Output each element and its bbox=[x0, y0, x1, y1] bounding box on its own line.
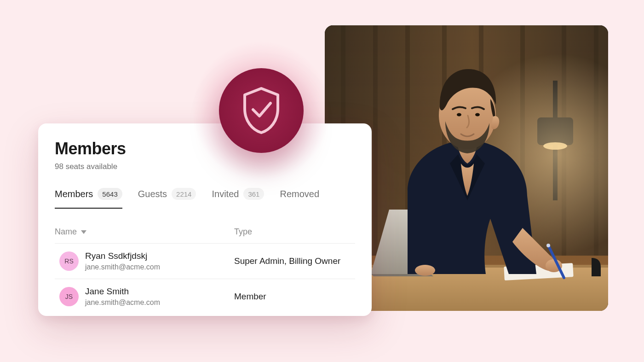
members-table: Name Type RS Ryan Ssdkfjdskj jane.smith@… bbox=[55, 227, 355, 314]
svg-point-23 bbox=[415, 265, 435, 276]
tab-label: Guests bbox=[138, 189, 167, 199]
avatar: RS bbox=[59, 251, 79, 271]
tab-count-badge: 361 bbox=[243, 188, 264, 200]
table-row[interactable]: JS Jane Smith jane.smith@acme.com Member bbox=[55, 279, 355, 314]
tab-label: Invited bbox=[212, 189, 239, 199]
svg-point-18 bbox=[457, 113, 461, 117]
tab-removed[interactable]: Removed bbox=[280, 188, 319, 208]
table-row[interactable]: RS Ryan Ssdkfjdskj jane.smith@acme.com S… bbox=[55, 244, 355, 279]
sort-desc-icon bbox=[80, 230, 87, 234]
seats-available: 98 seats available bbox=[55, 162, 355, 171]
tab-label: Removed bbox=[280, 189, 319, 199]
member-name: Jane Smith bbox=[85, 286, 160, 297]
column-type[interactable]: Type bbox=[234, 227, 355, 237]
svg-point-22 bbox=[546, 244, 550, 247]
member-email: jane.smith@acme.com bbox=[85, 263, 160, 271]
table-header: Name Type bbox=[55, 227, 355, 244]
tab-count-badge: 5643 bbox=[98, 188, 122, 200]
tab-guests[interactable]: Guests 2214 bbox=[138, 188, 196, 208]
tabs: Members 5643 Guests 2214 Invited 361 Rem… bbox=[55, 188, 355, 209]
shield-check-icon bbox=[219, 68, 304, 153]
member-email: jane.smith@acme.com bbox=[85, 298, 160, 307]
member-name: Ryan Ssdkfjdskj bbox=[85, 251, 160, 261]
name-cell: JS Jane Smith jane.smith@acme.com bbox=[55, 286, 234, 307]
column-label: Name bbox=[55, 227, 77, 237]
member-type: Super Admin, Billing Owner bbox=[234, 256, 355, 266]
tab-members[interactable]: Members 5643 bbox=[55, 188, 122, 208]
column-label: Type bbox=[234, 227, 252, 236]
column-name[interactable]: Name bbox=[55, 227, 234, 237]
avatar: JS bbox=[59, 287, 79, 306]
name-cell: RS Ryan Ssdkfjdskj jane.smith@acme.com bbox=[55, 251, 234, 271]
tab-count-badge: 2214 bbox=[172, 188, 196, 200]
tab-label: Members bbox=[55, 189, 93, 199]
member-type: Member bbox=[234, 292, 355, 302]
svg-point-19 bbox=[475, 113, 480, 117]
tab-invited[interactable]: Invited 361 bbox=[212, 188, 264, 208]
